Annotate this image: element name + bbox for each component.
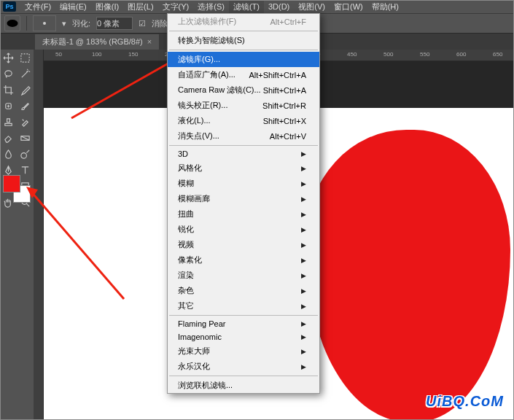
foreground-color-swatch[interactable] <box>3 175 20 192</box>
menu-distort-submenu[interactable]: 扭曲▶ <box>168 206 319 222</box>
menu-pixelate-submenu[interactable]: 像素化▶ <box>168 252 319 268</box>
menu-file[interactable]: 文件(F) <box>20 0 55 14</box>
menu-render-submenu[interactable]: 渲染▶ <box>168 268 319 283</box>
menu-convert-smart-filter[interactable]: 转换为智能滤镜(S) <box>168 33 319 48</box>
svg-point-5 <box>21 152 27 158</box>
stamp-tool[interactable] <box>0 114 17 130</box>
red-shape <box>306 130 510 420</box>
menu-plugin-flaming-pear[interactable]: Flaming Pear▶ <box>168 317 319 330</box>
brush-preview[interactable] <box>33 15 56 31</box>
document-tab-label: 未标题-1 @ 183% (RGB/8#) <box>42 36 143 47</box>
marquee-tool[interactable] <box>17 50 34 66</box>
history-brush-tool[interactable] <box>17 114 34 130</box>
menu-window[interactable]: 窗口(W) <box>330 0 367 14</box>
crop-tool[interactable] <box>0 82 17 98</box>
feather-input[interactable] <box>96 17 133 30</box>
menu-adaptive-wide-angle[interactable]: 自适应广角(A)...Alt+Shift+Ctrl+A <box>168 67 319 82</box>
svg-point-0 <box>7 20 18 27</box>
brush-tool[interactable] <box>17 98 34 114</box>
separator: ▾ <box>62 19 66 28</box>
healing-tool[interactable] <box>0 98 17 114</box>
menu-view[interactable]: 视图(V) <box>294 0 330 14</box>
gradient-tool[interactable] <box>17 130 34 146</box>
menu-browse-online-filters[interactable]: 浏览联机滤镜... <box>168 378 319 393</box>
eraser-tool[interactable] <box>0 130 17 146</box>
ps-logo: Ps <box>3 1 16 12</box>
svg-rect-1 <box>21 53 29 61</box>
filter-menu-dropdown: 上次滤镜操作(F)Alt+Ctrl+F 转换为智能滤镜(S) 滤镜库(G)...… <box>167 13 320 394</box>
menu-camera-raw[interactable]: Camera Raw 滤镜(C)...Shift+Ctrl+A <box>168 82 319 98</box>
menu-sharpen-submenu[interactable]: 锐化▶ <box>168 222 319 237</box>
ruler-vertical <box>34 50 44 420</box>
menu-video-submenu[interactable]: 视频▶ <box>168 237 319 252</box>
main-menubar: 文件(F) 编辑(E) 图像(I) 图层(L) 文字(Y) 选择(S) 滤镜(T… <box>0 0 514 13</box>
menu-blur-gallery-submenu[interactable]: 模糊画廊▶ <box>168 191 319 206</box>
menu-blur-submenu[interactable]: 模糊▶ <box>168 176 319 191</box>
menu-liquify[interactable]: 液化(L)...Shift+Ctrl+X <box>168 113 319 128</box>
menu-vanishing-point[interactable]: 消失点(V)...Alt+Ctrl+V <box>168 128 319 144</box>
menu-plugin-yongle[interactable]: 永乐汉化▶ <box>168 359 319 374</box>
menu-stylize-submenu[interactable]: 风格化▶ <box>168 160 319 176</box>
magic-wand-tool[interactable] <box>17 66 34 82</box>
menu-filter[interactable]: 滤镜(T) <box>229 0 264 14</box>
document-tab[interactable]: 未标题-1 @ 183% (RGB/8#) × <box>35 34 159 50</box>
menu-help[interactable]: 帮助(H) <box>367 0 403 14</box>
color-swatches[interactable] <box>3 175 31 203</box>
lasso-tool[interactable] <box>0 66 17 82</box>
menu-select[interactable]: 选择(S) <box>193 0 229 14</box>
blur-tool[interactable] <box>0 146 17 162</box>
feather-label: 羽化: <box>72 18 90 29</box>
watermark: UiBQ.CoM <box>426 393 504 410</box>
move-tool[interactable] <box>0 50 17 66</box>
menu-plugin-guangshu[interactable]: 光束大师▶ <box>168 343 319 359</box>
dodge-tool[interactable] <box>17 146 34 162</box>
menu-plugin-imagenomic[interactable]: Imagenomic▶ <box>168 330 319 343</box>
eyedropper-tool[interactable] <box>17 82 34 98</box>
menu-edit[interactable]: 编辑(E) <box>55 0 91 14</box>
menu-image[interactable]: 图像(I) <box>91 0 123 14</box>
menu-noise-submenu[interactable]: 杂色▶ <box>168 283 319 298</box>
menu-layer[interactable]: 图层(L) <box>123 0 157 14</box>
menu-3d-submenu[interactable]: 3D▶ <box>168 147 319 160</box>
close-icon[interactable]: × <box>147 37 152 46</box>
menu-last-filter: 上次滤镜操作(F)Alt+Ctrl+F <box>168 14 319 29</box>
menu-other-submenu[interactable]: 其它▶ <box>168 298 319 314</box>
current-tool-icon[interactable] <box>4 15 20 31</box>
menu-filter-gallery[interactable]: 滤镜库(G)... <box>168 52 319 67</box>
menu-3d[interactable]: 3D(D) <box>264 1 294 12</box>
menu-lens-correction[interactable]: 镜头校正(R)...Shift+Ctrl+R <box>168 98 319 113</box>
menu-type[interactable]: 文字(Y) <box>158 0 194 14</box>
